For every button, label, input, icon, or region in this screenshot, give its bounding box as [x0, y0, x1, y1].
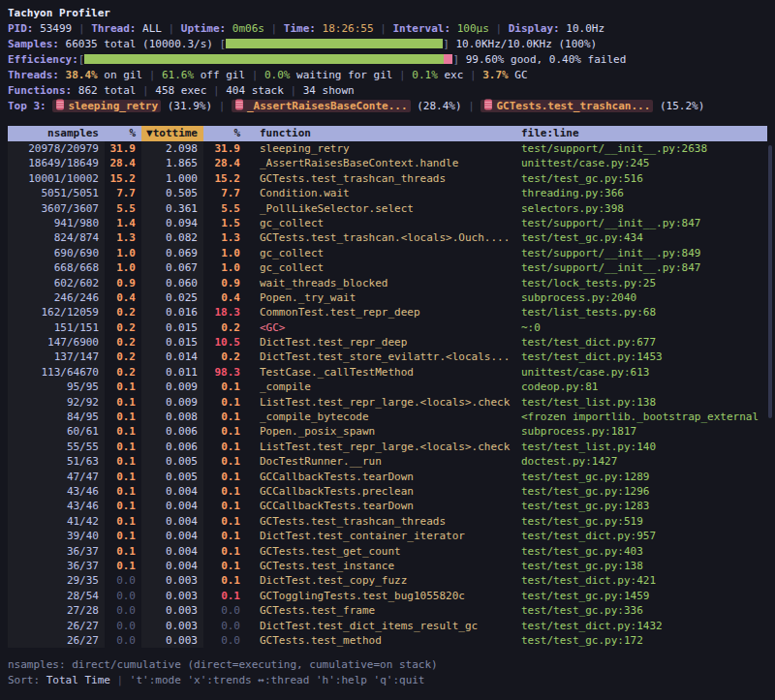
table-row[interactable]: 137/147 0.2 0.014 0.2 DictTest.test_stor…	[8, 350, 767, 364]
table-row[interactable]: 824/874 1.3 0.082 1.3 GCTests.test_trash…	[8, 230, 767, 245]
cell-nsamples: 26/27	[8, 633, 105, 648]
cell-pct-direct: 0.1	[105, 395, 141, 410]
cell-tottime: 0.003	[141, 589, 203, 603]
cell-file-line: test/test_dict.py:957	[521, 529, 767, 543]
cell-pct-direct: 0.1	[105, 424, 141, 439]
cell-function: <GC>	[246, 320, 521, 335]
cell-file-line: test/test_gc.py:1296	[521, 484, 767, 499]
scrollbar-thumb[interactable]	[768, 145, 772, 418]
top3-item-2[interactable]: _AssertRaisesBaseConte...	[232, 100, 411, 112]
table-row[interactable]: 51/63 0.1 0.005 0.1 DocTestRunner.__run …	[8, 454, 767, 469]
cell-nsamples: 162/12059	[8, 305, 105, 320]
thread-icon	[234, 99, 244, 115]
table-row[interactable]: 39/40 0.1 0.004 0.1 DictTest.test_contai…	[8, 529, 767, 543]
cell-function: GCTests.test_trashcan_threads	[246, 514, 521, 529]
cell-pct-cumulative: 15.2	[203, 171, 246, 186]
table-row[interactable]: 84/95 0.1 0.008 0.1 _compile_bytecode <f…	[8, 410, 767, 424]
cell-nsamples: 246/246	[8, 290, 105, 305]
efficiency-bar-bad	[444, 54, 453, 64]
thread-stat-0: 38.4% on gil	[66, 69, 143, 81]
thread-label: Thread:	[91, 22, 136, 35]
table-row[interactable]: 602/602 0.9 0.060 0.9 wait_threads_block…	[8, 276, 767, 290]
cell-nsamples: 147/6900	[8, 335, 105, 350]
cell-tottime: 0.004	[141, 529, 203, 543]
table-row[interactable]: 20978/20979 31.9 2.098 31.9 sleeping_ret…	[8, 141, 767, 156]
table-row[interactable]: 162/12059 0.2 0.016 18.3 CommonTest.test…	[8, 305, 767, 320]
table-row[interactable]: 246/246 0.4 0.025 0.4 Popen._try_wait su…	[8, 290, 767, 305]
table-row[interactable]: 5051/5051 7.7 0.505 7.7 Condition.wait t…	[8, 186, 767, 200]
table-row[interactable]: 43/46 0.1 0.004 0.1 GCCallbackTests.tear…	[8, 499, 767, 513]
cell-tottime: 0.060	[141, 276, 203, 290]
table-row[interactable]: 18649/18649 28.4 1.865 28.4 _AssertRaise…	[8, 156, 767, 170]
cell-function: GCTests.test_trashcan_threads	[246, 171, 521, 186]
cell-file-line: test/lock_tests.py:25	[521, 276, 767, 290]
column-header-pct-cumulative[interactable]: %	[203, 126, 246, 141]
table-row[interactable]: 92/92 0.1 0.009 0.1 ListTest.test_repr_l…	[8, 395, 767, 410]
table-row[interactable]: 28/54 0.0 0.003 0.1 GCTogglingTests.test…	[8, 589, 767, 603]
table-row[interactable]: 29/35 0.0 0.003 0.1 DictTest.test_copy_f…	[8, 573, 767, 588]
threads-row: Threads: 38.4% on gil | 61.6% off gil | …	[8, 68, 767, 83]
cell-function: GCCallbackTests.tearDown	[246, 470, 521, 484]
top3-item-3[interactable]: GCTests.test_trashcan...	[480, 100, 653, 112]
cell-pct-direct: 15.2	[105, 171, 141, 186]
cell-tottime: 0.006	[141, 424, 203, 439]
table-row[interactable]: 36/37 0.1 0.004 0.1 GCTests.test_get_cou…	[8, 544, 767, 559]
interval-label: Interval:	[392, 22, 450, 35]
table-row[interactable]: 668/668 1.0 0.067 1.0 gc_collect test/su…	[8, 260, 767, 275]
cell-nsamples: 26/27	[8, 619, 105, 633]
table-row[interactable]: 113/64670 0.2 0.011 98.3 TestCase._callT…	[8, 365, 767, 380]
cell-tottime: 2.098	[141, 141, 203, 156]
table-row[interactable]: 36/37 0.1 0.004 0.1 GCTests.test_instanc…	[8, 559, 767, 573]
footer-keybar: Sort: Total Time | 't':mode 'x':trends ↔…	[8, 673, 767, 688]
table-row[interactable]: 47/47 0.1 0.005 0.1 GCCallbackTests.tear…	[8, 470, 767, 484]
table-row[interactable]: 690/690 1.0 0.069 1.0 gc_collect test/su…	[8, 246, 767, 260]
cell-tottime: 0.011	[141, 365, 203, 380]
table-row[interactable]: 3607/3607 5.5 0.361 5.5 _PollLikeSelecto…	[8, 201, 767, 216]
table-row[interactable]: 41/42 0.1 0.004 0.1 GCTests.test_trashca…	[8, 514, 767, 529]
cell-tottime: 0.008	[141, 410, 203, 424]
cell-function: _AssertRaisesBaseContext.handle	[246, 156, 521, 170]
functions-label: Functions:	[8, 84, 72, 97]
cell-nsamples: 27/28	[8, 603, 105, 618]
table-header: nsamples % ▼tottime % function file:line	[8, 126, 767, 141]
table-row[interactable]: 27/28 0.0 0.003 0.0 GCTests.test_frame t…	[8, 603, 767, 618]
sort-value: Total Time	[46, 674, 110, 686]
column-header-tottime[interactable]: ▼tottime	[141, 126, 203, 141]
column-header-pct-direct[interactable]: %	[105, 126, 141, 141]
cell-nsamples: 36/37	[8, 544, 105, 559]
time-label: Time:	[284, 22, 316, 35]
cell-file-line: test/test_dict.py:421	[521, 573, 767, 588]
column-header-file-line[interactable]: file:line	[521, 126, 767, 141]
table-row[interactable]: 147/6900 0.2 0.015 10.5 DictTest.test_re…	[8, 335, 767, 350]
cell-nsamples: 43/46	[8, 484, 105, 499]
cell-function: GCTests.test_instance	[246, 559, 521, 573]
column-header-nsamples[interactable]: nsamples	[8, 126, 105, 141]
cell-pct-cumulative: 0.1	[203, 559, 246, 573]
cell-pct-cumulative: 0.1	[203, 440, 246, 454]
top3-item-1[interactable]: sleeping_retry	[52, 100, 161, 112]
cell-file-line: test/test_list.py:138	[521, 395, 767, 410]
table-row[interactable]: 151/151 0.2 0.015 0.2 <GC> ~:0	[8, 320, 767, 335]
table-row[interactable]: 43/46 0.1 0.004 0.1 GCCallbackTests.prec…	[8, 484, 767, 499]
separator: |	[380, 22, 387, 35]
cell-pct-cumulative: 5.5	[203, 201, 246, 216]
table-row[interactable]: 10001/10002 15.2 1.000 15.2 GCTests.test…	[8, 171, 767, 186]
table-row[interactable]: 55/55 0.1 0.006 0.1 ListTest.test_repr_l…	[8, 440, 767, 454]
cell-nsamples: 151/151	[8, 320, 105, 335]
table-row[interactable]: 941/980 1.4 0.094 1.5 gc_collect test/su…	[8, 216, 767, 230]
cell-function: GCCallbackTests.tearDown	[246, 499, 521, 513]
cell-file-line: test/support/__init__.py:849	[521, 246, 767, 260]
cell-nsamples: 5051/5051	[8, 186, 105, 200]
table-row[interactable]: 26/27 0.0 0.003 0.0 GCTests.test_method …	[8, 633, 767, 648]
cell-pct-direct: 28.4	[105, 156, 141, 170]
time-value: 18:26:55	[323, 22, 374, 35]
table-row[interactable]: 26/27 0.0 0.003 0.0 DictTest.test_dict_i…	[8, 619, 767, 633]
uptime-label: Uptime:	[181, 22, 226, 35]
cell-file-line: test/test_dict.py:677	[521, 335, 767, 350]
table-row[interactable]: 60/61 0.1 0.006 0.1 Popen._posix_spawn s…	[8, 424, 767, 439]
cell-pct-cumulative: 1.5	[203, 216, 246, 230]
table-row[interactable]: 95/95 0.1 0.009 0.1 _compile codeop.py:8…	[8, 380, 767, 394]
cell-function: _compile_bytecode	[246, 410, 521, 424]
column-header-function[interactable]: function	[246, 126, 521, 141]
cell-tottime: 0.069	[141, 246, 203, 260]
